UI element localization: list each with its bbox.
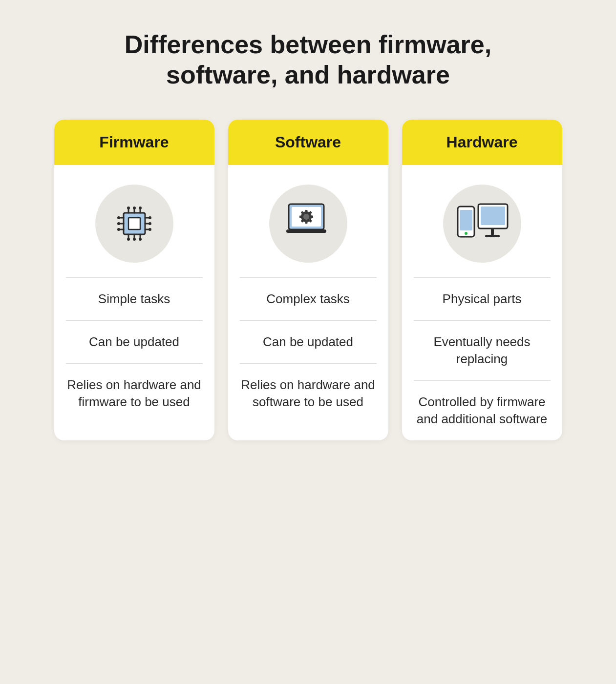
hardware-feature-2: Eventually needs replacing [414, 320, 551, 380]
firmware-icon-area [66, 165, 203, 277]
columns-container: Firmware [54, 120, 562, 440]
svg-point-22 [117, 228, 120, 231]
software-feature-2: Can be updated [240, 320, 377, 363]
hardware-title: Hardware [446, 133, 518, 151]
software-feature-3: Relies on hardware and software to be us… [240, 363, 377, 423]
hardware-feature-1: Physical parts [414, 277, 551, 320]
svg-point-23 [149, 216, 151, 219]
svg-rect-43 [481, 207, 505, 225]
page-wrapper: Differences between firmware, software, … [54, 29, 562, 440]
hardware-svg-icon [453, 199, 511, 248]
svg-point-20 [117, 216, 120, 219]
svg-point-16 [139, 207, 142, 209]
svg-rect-40 [460, 210, 472, 230]
software-header: Software [228, 120, 388, 165]
firmware-feature-1: Simple tasks [66, 277, 203, 320]
svg-point-14 [127, 207, 130, 209]
laptop-svg-icon [284, 202, 333, 246]
svg-point-29 [303, 214, 309, 220]
software-feature-1: Complex tasks [240, 277, 377, 320]
hardware-icon-circle [443, 185, 521, 263]
svg-rect-32 [299, 215, 302, 218]
svg-point-18 [133, 238, 136, 241]
hardware-body: Physical parts Eventually needs replacin… [402, 165, 562, 440]
hardware-header: Hardware [402, 120, 562, 165]
svg-point-25 [149, 228, 151, 231]
firmware-feature-3: Relies on hardware and firmware to be us… [66, 363, 203, 423]
hardware-column: Hardware [402, 120, 562, 440]
svg-point-17 [127, 238, 130, 241]
svg-point-15 [133, 207, 136, 209]
svg-rect-33 [311, 215, 313, 218]
svg-rect-38 [286, 229, 326, 233]
hardware-feature-3: Controlled by firmware and additional so… [414, 380, 551, 440]
firmware-icon-circle [95, 185, 173, 263]
software-title: Software [275, 133, 341, 151]
svg-point-41 [465, 232, 467, 235]
software-body: Complex tasks Can be updated Relies on h… [228, 165, 388, 440]
firmware-body: Simple tasks Can be updated Relies on ha… [54, 165, 214, 440]
software-column: Software [228, 120, 388, 440]
software-icon-circle [269, 185, 347, 263]
svg-rect-44 [491, 228, 494, 235]
svg-point-21 [117, 222, 120, 225]
svg-rect-30 [305, 210, 307, 212]
firmware-header: Firmware [54, 120, 214, 165]
firmware-column: Firmware [54, 120, 214, 440]
software-icon-area [240, 165, 377, 277]
firmware-title: Firmware [99, 133, 169, 151]
hardware-icon-area [414, 165, 551, 277]
main-title: Differences between firmware, software, … [108, 29, 509, 90]
chip-svg-icon [110, 199, 159, 248]
svg-rect-1 [128, 218, 140, 229]
svg-point-24 [149, 222, 151, 225]
svg-rect-31 [305, 221, 307, 224]
svg-rect-45 [485, 235, 500, 237]
firmware-feature-2: Can be updated [66, 320, 203, 363]
svg-point-19 [139, 238, 142, 241]
